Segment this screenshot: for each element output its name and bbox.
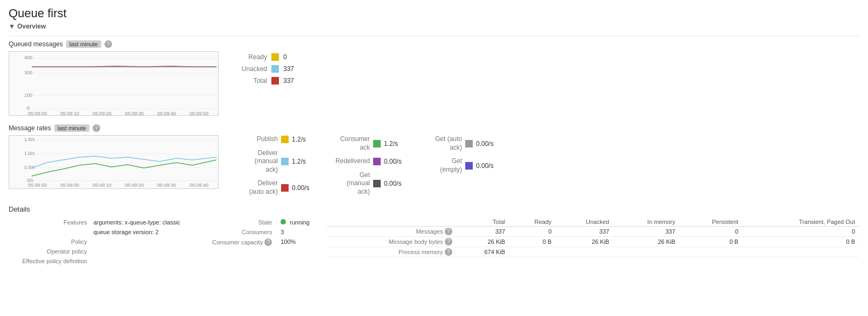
rate-redelivered-value: 0.00/s [384, 158, 408, 165]
table-row: Policy [9, 237, 197, 247]
rates-col-1: Publish 1.2/s Deliver(manualack) 1.2/s D… [235, 135, 316, 196]
svg-text:0: 0 [27, 106, 30, 111]
svg-text:05:09:30: 05:09:30 [157, 182, 176, 188]
row-process-memory-in-memory [613, 247, 680, 257]
svg-text:100: 100 [24, 93, 32, 98]
rate-consumer-ack-value: 1.2/s [384, 140, 408, 148]
process-memory-help-icon[interactable]: ? [445, 248, 452, 256]
svg-text:300: 300 [24, 70, 32, 75]
svg-text:05:09:10: 05:09:10 [60, 111, 79, 116]
message-rates-badge[interactable]: last minute [54, 124, 89, 132]
overview-toggle[interactable]: ▼ Overview [9, 23, 859, 30]
features-table: Features arguments: x-queue-type: classi… [9, 217, 197, 266]
rate-deliver-manual-value: 1.2/s [292, 158, 316, 165]
messages-help-icon[interactable]: ? [445, 228, 452, 235]
rate-deliver-manual-label: Deliver(manualack) [235, 149, 278, 174]
svg-text:05:09:40: 05:09:40 [157, 111, 176, 116]
state-key: State [208, 217, 276, 227]
row-process-memory-label: Process memory ? [326, 247, 457, 257]
legend-unacked-label: Unacked [235, 65, 267, 73]
features-key-2 [9, 227, 90, 237]
table-row: Message body bytes ? 26 KiB 0 B 26 KiB 2… [326, 236, 859, 247]
table-row: State running [208, 217, 314, 227]
col-paged-out: Transient, Paged Out [743, 217, 859, 227]
table-row: Operator policy [9, 247, 197, 256]
rate-publish: Publish 1.2/s [235, 135, 316, 144]
svg-text:05:09:20: 05:09:20 [93, 111, 111, 116]
table-row: Process memory ? 674 KiB [326, 247, 859, 257]
state-value: running [276, 217, 314, 227]
col-total: Total [457, 217, 509, 227]
operator-policy-value [90, 247, 197, 256]
legend-ready-label: Ready [235, 53, 267, 61]
details-features: Features arguments: x-queue-type: classi… [9, 217, 197, 266]
chevron-down-icon: ▼ [9, 23, 15, 30]
details-grid: Features arguments: x-queue-type: classi… [9, 217, 859, 266]
divider [9, 36, 859, 36]
rate-get-auto-value: 0.00/s [476, 140, 500, 148]
running-dot [281, 219, 286, 224]
rate-deliver-manual-color [281, 158, 289, 165]
rate-deliver-auto: Deliver(auto ack) 0.00/s [235, 179, 316, 196]
legend-ready-value: 0 [283, 53, 287, 61]
overview-label: Overview [17, 23, 46, 30]
svg-text:05:09:00: 05:09:00 [60, 182, 79, 188]
rate-get-auto-color [465, 140, 473, 148]
message-rates-help-icon[interactable]: ? [93, 124, 100, 132]
rate-get-manual-label: Get(manualack) [327, 171, 370, 196]
state-text: running [290, 219, 310, 226]
legend-total: Total 337 [235, 77, 294, 85]
row-body-bytes-persistent: 0 B [680, 236, 743, 247]
rate-deliver-auto-label: Deliver(auto ack) [235, 179, 278, 196]
rate-get-empty-color [465, 162, 473, 170]
table-row: Consumers 3 [208, 227, 314, 237]
row-messages-unacked: 337 [556, 226, 613, 236]
features-value-1: arguments: x-queue-type: classic [90, 217, 197, 227]
rate-get-auto: Get (autoack) 0.00/s [419, 135, 500, 152]
row-process-memory-unacked [556, 247, 613, 257]
svg-text:05:09:30: 05:09:30 [125, 111, 144, 116]
legend-unacked-color [271, 65, 279, 73]
legend-ready-color [271, 53, 279, 61]
row-process-memory-ready [509, 247, 556, 257]
row-body-bytes-total: 26 KiB [457, 236, 509, 247]
queued-messages-help-icon[interactable]: ? [104, 40, 112, 48]
row-messages-persistent: 0 [680, 226, 743, 236]
queued-messages-chart: 400 300 100 0 05:09:00 05:09:10 05:09:20… [9, 51, 219, 116]
queued-messages-badge[interactable]: last minute [66, 40, 101, 48]
rate-get-manual: Get(manualack) 0.00/s [327, 171, 408, 196]
row-messages-paged-out: 0 [743, 226, 859, 236]
svg-text:400: 400 [24, 55, 32, 60]
consumers-value: 3 [276, 227, 314, 237]
rate-publish-label: Publish [235, 135, 278, 144]
rates-col-3: Get (autoack) 0.00/s Get(empty) 0.00/s [419, 135, 500, 174]
consumer-capacity-value: 100% [276, 237, 314, 248]
rate-consumer-ack-color [373, 140, 381, 148]
table-row: Messages ? 337 0 337 337 0 0 [326, 226, 859, 236]
row-messages-ready: 0 [509, 226, 556, 236]
table-row: Features arguments: x-queue-type: classi… [9, 217, 197, 227]
body-bytes-help-icon[interactable]: ? [445, 238, 452, 245]
rates-col-2: Consumerack 1.2/s Redelivered 0.00/s Get… [327, 135, 408, 196]
queued-messages-label: Queued messages [9, 40, 63, 48]
rate-get-manual-value: 0.00/s [384, 180, 408, 187]
row-body-bytes-unacked: 26 KiB [556, 236, 613, 247]
state-table: State running Consumers 3 Consumer capac… [208, 217, 314, 248]
row-process-memory-persistent [680, 247, 743, 257]
message-rates-chart-row: 1.5/s 1.0/s 0.5/s 0/s 05:08:50 05:09:00 … [9, 135, 859, 196]
table-row: Consumer capacity ? 100% [208, 237, 314, 248]
col-label [326, 217, 457, 227]
policy-key: Policy [9, 237, 90, 247]
details-section: Details Features arguments: x-queue-type… [9, 205, 859, 266]
svg-text:05:09:20: 05:09:20 [125, 182, 144, 188]
row-body-bytes-label: Message body bytes ? [326, 236, 457, 247]
col-persistent: Persistent [680, 217, 743, 227]
consumer-capacity-key: Consumer capacity ? [208, 237, 276, 248]
svg-text:05:08:50: 05:08:50 [28, 182, 47, 188]
legend-unacked: Unacked 337 [235, 65, 294, 73]
rate-consumer-ack-label: Consumerack [327, 135, 370, 152]
details-mid: State running Consumers 3 Consumer capac… [208, 217, 316, 266]
table-header-row: Total Ready Unacked In memory Persistent… [326, 217, 859, 227]
consumer-capacity-help-icon[interactable]: ? [264, 238, 272, 246]
message-rates-chart: 1.5/s 1.0/s 0.5/s 0/s 05:08:50 05:09:00 … [9, 135, 219, 189]
